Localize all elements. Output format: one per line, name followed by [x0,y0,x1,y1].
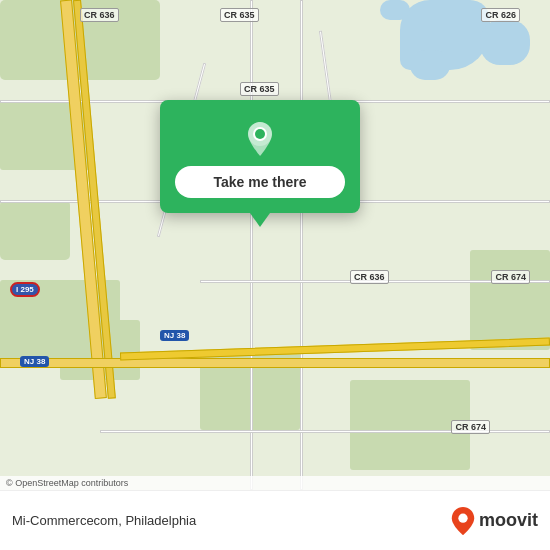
attribution-text: © OpenStreetMap contributors [6,478,128,488]
label-cr635-top: CR 635 [220,8,259,22]
moovit-brand-text: moovit [479,510,538,531]
osm-attribution: © OpenStreetMap contributors [0,476,550,490]
moovit-pin-icon [451,507,475,535]
label-cr674-bot: CR 674 [451,420,490,434]
green-area-5 [470,250,550,350]
map-popup: Take me there [160,100,360,213]
green-area-3 [0,200,70,260]
label-cr674-top: CR 674 [491,270,530,284]
moovit-logo: moovit [451,507,538,535]
location-label: Mi-Commercecom, Philadelphia [12,513,451,528]
svg-point-2 [255,129,265,139]
water-body-4 [380,0,410,20]
road-vertical-2 [300,0,303,490]
label-cr636-top: CR 636 [80,8,119,22]
label-cr626: CR 626 [481,8,520,22]
take-me-there-button[interactable]: Take me there [175,166,345,198]
location-pin-icon [242,120,278,156]
water-body-3 [410,50,450,80]
label-i295: I 295 [10,282,40,297]
road-vertical-1 [250,0,253,490]
label-cr636-mid: CR 636 [350,270,389,284]
highway-nj38 [0,358,550,368]
water-body-2 [480,20,530,65]
label-nj38-mid: NJ 38 [160,330,189,341]
bottom-bar: Mi-Commercecom, Philadelphia moovit [0,490,550,550]
map-container: CR 636 CR 635 CR 626 CR 635 CR 636 CR 67… [0,0,550,490]
label-cr635-mid: CR 635 [240,82,279,96]
svg-point-3 [458,513,467,522]
label-nj38-left: NJ 38 [20,356,49,367]
